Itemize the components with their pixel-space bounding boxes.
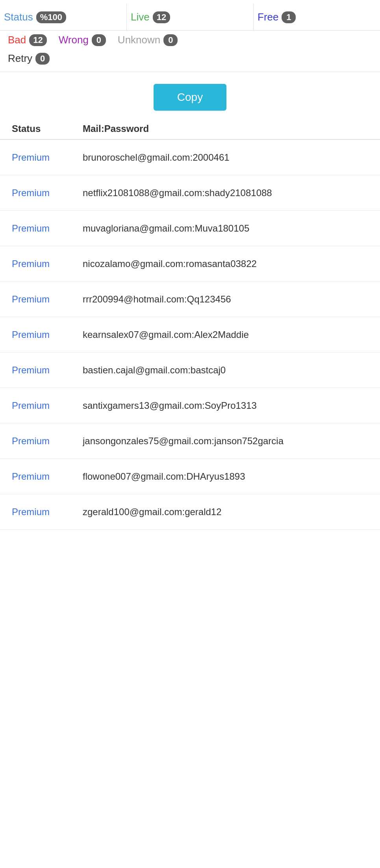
stat-live[interactable]: Live 12 [127, 4, 254, 30]
row-status: Premium [12, 258, 83, 269]
row-status: Premium [12, 187, 83, 198]
row-status: Premium [12, 436, 83, 447]
stats-section: Status %100 Live 12 Free 1 Bad 12 Wrong … [0, 0, 380, 72]
stat-wrong-badge: 0 [92, 34, 106, 46]
row-mail: muvagloriana@gmail.com:Muva180105 [83, 223, 368, 234]
table-row: Premium flowone007@gmail.com:DHAryus1893 [0, 459, 380, 494]
table-row: Premium bastien.cajal@gmail.com:bastcaj0 [0, 352, 380, 388]
stat-status-label: Status [4, 11, 33, 23]
row-status: Premium [12, 400, 83, 411]
stats-row-2: Bad 12 Wrong 0 Unknown 0 [0, 31, 380, 49]
table-header: Status Mail:Password [0, 119, 380, 140]
row-status: Premium [12, 294, 83, 305]
stat-wrong[interactable]: Wrong 0 [59, 34, 106, 46]
row-status: Premium [12, 506, 83, 517]
row-status: Premium [12, 152, 83, 163]
row-status: Premium [12, 223, 83, 234]
stat-status-badge: %100 [36, 11, 66, 23]
table-row: Premium rrr200994@hotmail.com:Qq123456 [0, 282, 380, 317]
table-row: Premium muvagloriana@gmail.com:Muva18010… [0, 211, 380, 246]
stat-free[interactable]: Free 1 [254, 4, 380, 30]
results-table: Status Mail:Password Premium brunorosche… [0, 119, 380, 530]
row-mail: rrr200994@hotmail.com:Qq123456 [83, 294, 368, 305]
stat-bad-badge: 12 [29, 34, 46, 46]
table-row: Premium jansongonzales75@gmail.com:janso… [0, 423, 380, 459]
header-mail: Mail:Password [83, 123, 368, 134]
stat-unknown-badge: 0 [163, 34, 178, 46]
stat-bad[interactable]: Bad 12 [8, 34, 47, 46]
stat-live-label: Live [131, 11, 150, 23]
row-mail: jansongonzales75@gmail.com:janson752garc… [83, 436, 368, 447]
table-row: Premium brunoroschel@gmail.com:2000461 [0, 140, 380, 175]
stats-row-1: Status %100 Live 12 Free 1 [0, 4, 380, 31]
row-mail: brunoroschel@gmail.com:2000461 [83, 152, 368, 163]
table-row: Premium zgerald100@gmail.com:gerald12 [0, 494, 380, 530]
row-mail: kearnsalex07@gmail.com:Alex2Maddie [83, 329, 368, 340]
stat-unknown-label: Unknown [118, 34, 160, 46]
stats-row-3: Retry 0 [0, 49, 380, 68]
stat-bad-label: Bad [8, 34, 26, 46]
table-body: Premium brunoroschel@gmail.com:2000461 P… [0, 140, 380, 530]
table-row: Premium nicozalamo@gmail.com:romasanta03… [0, 246, 380, 282]
header-status: Status [12, 123, 83, 134]
row-status: Premium [12, 329, 83, 340]
stat-retry[interactable]: Retry 0 [8, 52, 50, 65]
row-mail: flowone007@gmail.com:DHAryus1893 [83, 471, 368, 482]
copy-button[interactable]: Copy [154, 84, 226, 111]
row-mail: netflix21081088@gmail.com:shady21081088 [83, 187, 368, 198]
stat-unknown[interactable]: Unknown 0 [118, 34, 178, 46]
stat-retry-label: Retry [8, 52, 32, 65]
row-mail: zgerald100@gmail.com:gerald12 [83, 506, 368, 517]
stat-free-badge: 1 [282, 11, 296, 23]
row-mail: santixgamers13@gmail.com:SoyPro1313 [83, 400, 368, 411]
stat-free-label: Free [258, 11, 278, 23]
row-status: Premium [12, 365, 83, 376]
stat-retry-badge: 0 [35, 53, 50, 65]
stat-live-badge: 12 [153, 11, 170, 23]
stat-wrong-label: Wrong [59, 34, 89, 46]
copy-section: Copy [0, 72, 380, 119]
table-row: Premium kearnsalex07@gmail.com:Alex2Madd… [0, 317, 380, 352]
table-row: Premium netflix21081088@gmail.com:shady2… [0, 175, 380, 211]
stat-status[interactable]: Status %100 [0, 4, 127, 30]
row-mail: nicozalamo@gmail.com:romasanta03822 [83, 258, 368, 269]
table-row: Premium santixgamers13@gmail.com:SoyPro1… [0, 388, 380, 423]
row-status: Premium [12, 471, 83, 482]
row-mail: bastien.cajal@gmail.com:bastcaj0 [83, 365, 368, 376]
